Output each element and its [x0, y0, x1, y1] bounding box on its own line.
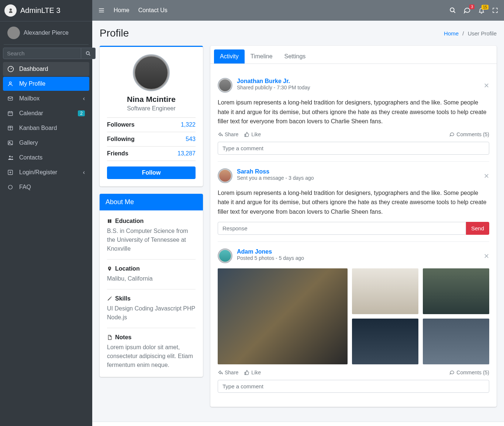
brand-text: AdminLTE 3: [20, 6, 61, 15]
brand-link[interactable]: AdminLTE 3: [0, 0, 92, 21]
image-icon: [7, 140, 15, 146]
comment-input[interactable]: [218, 380, 489, 393]
file-icon: [107, 335, 112, 340]
about-card: About Me Education B.S. in Computer Scie…: [100, 194, 203, 377]
user-icon: [7, 81, 15, 87]
nav-gallery[interactable]: Gallery: [3, 136, 89, 150]
chevron-left-icon: ‹: [83, 169, 85, 176]
search-input[interactable]: [3, 48, 81, 59]
tabs-card: Activity Timeline Settings Jonathan Burk…: [210, 46, 497, 407]
top-navbar: Home Contact Us 3 15: [92, 0, 504, 21]
response-input[interactable]: [218, 222, 466, 235]
footer: Copyright © 2014-2021 AdminLTE.io. All r…: [92, 422, 504, 426]
topnav-contact[interactable]: Contact Us: [138, 7, 168, 14]
calendar-icon: [7, 110, 15, 116]
notes-text: Lorem ipsum dolor sit amet, consectetur …: [107, 343, 196, 370]
nav-faq[interactable]: FAQ: [3, 180, 89, 194]
photo-grid: [218, 268, 489, 364]
location-text: Malibu, California: [107, 274, 196, 283]
comment-input[interactable]: [218, 142, 489, 155]
chevron-left-icon: ‹: [83, 95, 85, 102]
svg-line-2: [89, 54, 90, 55]
envelope-icon: [7, 96, 15, 102]
comments-link[interactable]: Comments (5): [449, 131, 489, 137]
pencil-icon: [107, 296, 112, 301]
svg-point-1: [86, 51, 89, 54]
close-icon[interactable]: ✕: [484, 252, 489, 260]
post: Sarah Ross Sent you a message - 3 days a…: [218, 162, 489, 242]
nav-calendar[interactable]: Calendar2: [3, 106, 89, 120]
svg-point-4: [9, 82, 11, 84]
svg-point-24: [450, 8, 454, 12]
post: Adam Jones Posted 5 photos - 5 days ago …: [218, 242, 489, 399]
education-text: B.S. in Computer Science from the Univer…: [107, 227, 196, 253]
chat-icon[interactable]: 3: [463, 7, 471, 14]
bell-badge: 15: [481, 5, 489, 10]
main: Home Contact Us 3 15 Profile Home / User…: [92, 0, 504, 426]
tab-settings[interactable]: Settings: [279, 49, 312, 63]
svg-point-20: [8, 185, 13, 189]
send-button[interactable]: Send: [466, 222, 489, 235]
share-button[interactable]: Share: [218, 370, 238, 375]
calendar-badge: 2: [78, 110, 85, 116]
post-user-link[interactable]: Sarah Ross: [237, 168, 269, 175]
post-meta: Shared publicly - 7:30 PM today: [237, 85, 310, 90]
photo[interactable]: [352, 319, 418, 364]
comments-link[interactable]: Comments (5): [449, 370, 489, 375]
nav-contacts[interactable]: Contacts: [3, 151, 89, 165]
book-icon: [107, 219, 112, 224]
nav-login-register[interactable]: Login/Register‹: [3, 165, 89, 179]
followers-count[interactable]: 1,322: [181, 121, 196, 128]
friends-count[interactable]: 13,287: [177, 150, 196, 157]
expand-icon[interactable]: [492, 7, 498, 13]
navbar-search-icon[interactable]: [449, 7, 456, 14]
user-avatar: [7, 27, 20, 39]
menu-toggle-icon[interactable]: [98, 7, 105, 14]
bell-icon[interactable]: 15: [478, 7, 485, 14]
follow-button[interactable]: Follow: [107, 166, 196, 179]
nav-menu: Dashboard My Profile Mailbox‹ Calendar2 …: [0, 62, 92, 195]
following-count[interactable]: 543: [186, 136, 196, 142]
close-icon[interactable]: ✕: [484, 172, 489, 180]
nav-my-profile[interactable]: My Profile: [3, 77, 89, 91]
post-avatar: [218, 248, 232, 263]
breadcrumb-current: User Profile: [468, 30, 497, 37]
map-marker-icon: [107, 266, 112, 272]
content-header: Profile Home / User Profile: [92, 21, 504, 46]
nav-dashboard[interactable]: Dashboard: [3, 62, 89, 76]
close-icon[interactable]: ✕: [484, 82, 489, 90]
nav-kanban[interactable]: Kanban Board: [3, 121, 89, 135]
post: Jonathan Burke Jr. Shared publicly - 7:3…: [218, 71, 489, 162]
svg-rect-6: [8, 111, 13, 116]
tab-activity[interactable]: Activity: [214, 49, 245, 63]
brand-logo-icon: [4, 4, 17, 17]
breadcrumb-home[interactable]: Home: [444, 30, 459, 37]
breadcrumb: Home / User Profile: [444, 30, 497, 37]
post-body: Lorem ipsum represents a long-held tradi…: [218, 98, 489, 126]
share-button[interactable]: Share: [218, 131, 238, 137]
profile-stats: Followers1,322 Following543 Friends13,28…: [107, 117, 196, 161]
nav-mailbox[interactable]: Mailbox‹: [3, 92, 89, 106]
plus-square-icon: [7, 169, 15, 175]
user-name-link[interactable]: Alexander Pierce: [24, 30, 69, 36]
circle-icon: [7, 184, 15, 190]
dashboard-icon: [7, 66, 15, 72]
chat-badge: 3: [469, 4, 474, 9]
page-title: Profile: [100, 27, 129, 39]
photo[interactable]: [218, 268, 348, 364]
about-title: About Me: [100, 194, 203, 210]
topnav-home[interactable]: Home: [114, 7, 130, 14]
photo[interactable]: [423, 319, 489, 364]
profile-card: Nina Mcintire Software Engineer Follower…: [100, 46, 203, 186]
post-user-link[interactable]: Adam Jones: [237, 248, 272, 255]
photo[interactable]: [423, 268, 489, 314]
svg-line-25: [453, 11, 455, 13]
tab-timeline[interactable]: Timeline: [245, 49, 279, 63]
like-button[interactable]: Like: [244, 370, 261, 375]
like-button[interactable]: Like: [244, 131, 261, 137]
photo[interactable]: [352, 268, 418, 314]
post-user-link[interactable]: Jonathan Burke Jr.: [237, 78, 290, 84]
post-avatar: [218, 78, 232, 93]
post-meta: Posted 5 photos - 5 days ago: [237, 255, 304, 261]
columns-icon: [7, 125, 15, 131]
